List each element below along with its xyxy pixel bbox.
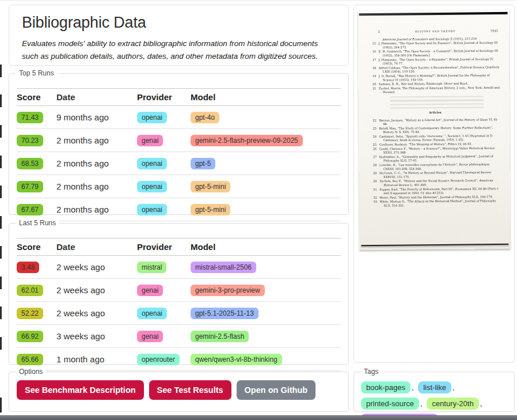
benchmark-header-card: Bibliographic Data Evaluates models' abi… <box>9 5 349 66</box>
table-row: 52.22 2 weeks ago openai gpt-5.1-2025-11… <box>17 302 341 325</box>
window-edge-artifact <box>0 398 2 413</box>
table-row: 66.92 3 weeks ago genai gemini-2.5-flash <box>17 325 341 348</box>
column-header-provider: Provider <box>137 242 191 252</box>
see-benchmark-description-button[interactable]: See Benchmark Description <box>17 380 144 400</box>
see-test-results-button[interactable]: See Test Results <box>149 380 231 400</box>
window-edge-artifact <box>0 277 2 289</box>
provider-badge: openai <box>137 158 167 169</box>
window-top-edge <box>0 0 517 1</box>
last-5-runs-legend: Last 5 Runs <box>16 219 59 227</box>
run-date: 2 weeks ago <box>56 308 137 318</box>
column-header-model: Model <box>191 92 341 102</box>
window-edge-artifact <box>0 94 2 107</box>
page-title: Bibliographic Data <box>22 14 336 32</box>
scan-entry: 21Zucker, Morris, The Philosophy of Amer… <box>370 86 500 94</box>
column-header-date: Date <box>56 242 137 252</box>
table-row: 67.79 2 months ago openai gpt-5-mini <box>17 175 341 198</box>
provider-badge: genai <box>137 285 163 296</box>
tag-separator: , <box>420 399 423 408</box>
table-row: 70.23 2 months ago genai gemini-2.5-flas… <box>17 129 341 152</box>
window-edge-artifact <box>0 65 2 77</box>
model-badge: gemini-2.5-flash-preview-09-2025 <box>191 135 303 146</box>
provider-badge: openrouter <box>137 354 180 365</box>
benchmark-description: Evaluates models' ability to extract bib… <box>22 37 336 62</box>
tag-printed-source[interactable]: printed-source <box>361 398 419 410</box>
tag-separator: , <box>480 399 482 408</box>
score-badge: 52.22 <box>17 308 43 319</box>
top-5-runs-legend: Top 5 Runs <box>16 69 58 77</box>
sample-image-card[interactable]: 2 HISTORY AND THEORY 1945 American Journ… <box>353 5 515 363</box>
scan-entry: 16E. H. Gombrich, “The Open Society – a … <box>370 49 500 58</box>
window-edge-artifact <box>0 337 2 350</box>
scan-entry: 24Cantimori, Delio, “Appunti sullo ‘stor… <box>370 134 500 142</box>
scan-entry: 18Alfred Cobban, “The Open Society: a Re… <box>370 65 500 74</box>
scan-entry: 26Gould, Clarence P., “History – a Scien… <box>370 146 500 155</box>
bottom-window-edge <box>0 415 517 420</box>
model-badge: mistral-small-2506 <box>191 262 256 273</box>
scan-entry: 22Barzun, Jacques, “History as a Liberal… <box>370 118 500 126</box>
column-header-score: Score <box>17 92 56 102</box>
scan-entry: 27Hofstadter, A., “Generality and Singul… <box>370 154 500 163</box>
column-header-provider: Provider <box>137 92 191 102</box>
tag-list-like[interactable]: list-like <box>418 381 451 393</box>
run-date: 2 months ago <box>56 135 137 145</box>
score-badge: 65.66 <box>17 354 43 365</box>
model-badge: gemini-3-pro-preview <box>191 285 265 296</box>
scan-entry: 17J. Plamenatz, “The Open Society – a Re… <box>370 57 500 66</box>
table-row: 67.67 2 months ago openai gpt-5-mini <box>17 198 341 221</box>
scan-section-heading: Articles <box>370 110 500 115</box>
run-date: 3 weeks ago <box>56 331 137 341</box>
table-header-row: Score Date Provider Model <box>17 88 341 106</box>
window-edge-artifact <box>0 125 2 138</box>
run-date: 1 month ago <box>56 354 137 364</box>
run-date: 2 months ago <box>56 181 137 191</box>
scan-entry: 23Beloff, Max, “The Study of Contemporar… <box>370 126 500 134</box>
table-row: 3.48 2 weeks ago mistral mistral-small-2… <box>17 256 341 279</box>
scan-entry: 31Popper, Karl, “The Poverty of Historic… <box>371 187 501 195</box>
tag-century-20th[interactable]: century-20th <box>427 398 478 410</box>
scan-entry: 30Nichols, Roy F., “History and the Soci… <box>371 179 501 187</box>
scan-entry: 33White, Morton G., “The Attack on the H… <box>371 199 501 207</box>
model-badge: qwen/qwen3-vl-8b-thinking <box>191 354 282 365</box>
scan-entry: 19J. D. Bernal, “Has History a Meaning?”… <box>370 73 500 82</box>
model-badge: gemini-2.5-flash <box>191 331 249 342</box>
window-edge-artifact <box>0 216 2 229</box>
score-badge: 71.43 <box>17 112 43 123</box>
last-runs-table: Score Date Provider Model 3.48 2 weeks a… <box>17 238 341 371</box>
provider-badge: genai <box>137 135 163 146</box>
scan-running-header: 2 HISTORY AND THEORY 1945 <box>370 29 500 34</box>
score-badge: 66.92 <box>17 331 43 342</box>
scan-entry: 28Lenoble, R., “Les nouvelles conception… <box>370 162 500 171</box>
run-date: 2 weeks ago <box>56 285 137 295</box>
score-badge: 62.01 <box>17 285 43 296</box>
score-badge: 67.79 <box>17 181 43 192</box>
provider-badge: genai <box>137 331 163 342</box>
provider-badge: mistral <box>137 262 166 273</box>
open-on-github-button[interactable]: Open on Github <box>237 380 316 400</box>
table-row: 68.53 2 months ago openai gpt-5 <box>17 152 341 175</box>
score-badge: 68.53 <box>17 158 43 169</box>
tag-book-pages[interactable]: book-pages <box>361 381 410 393</box>
scan-entry: 29McCown, C. C., “In History or Beyond H… <box>371 171 501 179</box>
scan-entries: 22Barzun, Jacques, “History as a Liberal… <box>370 118 501 208</box>
options-panel: Options See Benchmark Description See Te… <box>9 372 349 412</box>
run-date: 2 months ago <box>56 205 137 214</box>
provider-badge: openai <box>137 112 167 123</box>
table-row: 62.01 2 weeks ago genai gemini-3-pro-pre… <box>17 279 341 302</box>
scan-entry: 15J. Plamenatz, “The Open Society and It… <box>370 41 500 50</box>
window-edge-artifact <box>0 246 2 259</box>
scan-year: 1945 <box>491 29 498 33</box>
provider-badge: openai <box>137 204 167 215</box>
scan-page-bottom-rule <box>361 244 508 247</box>
score-badge: 70.23 <box>17 135 43 146</box>
run-date: 9 months ago <box>56 112 137 122</box>
tag-separator: , <box>453 383 455 392</box>
scan-bleedthrough-text <box>390 96 484 108</box>
scan-page-top-shadow <box>359 12 508 16</box>
options-legend: Options <box>16 368 46 376</box>
scan-page-text: 2 HISTORY AND THEORY 1945 American Journ… <box>370 29 501 208</box>
provider-badge: openai <box>137 308 167 319</box>
scan-entries: 15J. Plamenatz, “The Open Society and It… <box>370 41 500 94</box>
top-runs-table: Score Date Provider Model 71.43 9 months… <box>17 88 341 221</box>
model-badge: gpt-5-mini <box>191 181 230 192</box>
